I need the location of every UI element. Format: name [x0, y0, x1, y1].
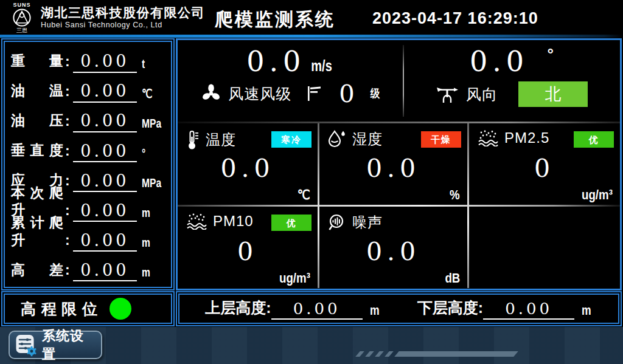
metric-colon: :	[65, 173, 70, 189]
sensor-head: PM10	[186, 213, 254, 230]
sensor-unit: dB	[445, 270, 460, 286]
metric-unit: m	[142, 206, 162, 222]
sensor-label: PM2.5	[504, 129, 549, 146]
company-name-cn: 湖北三思科技股份有限公司	[41, 5, 205, 20]
metric-row-total-climb: 累计爬升: 0.00 m	[11, 225, 167, 252]
metric-unit: m	[142, 236, 162, 252]
page-title: 爬模监测系统	[215, 7, 335, 32]
metric-value: 0.00	[73, 201, 137, 222]
metric-unit: °	[142, 146, 162, 162]
metric-value: 0.00	[73, 52, 137, 72]
metric-label: 累计爬升	[11, 214, 63, 252]
lower-height-unit: m	[582, 303, 591, 320]
sensor-value: 0	[469, 154, 620, 183]
status-badge-good: 优	[271, 215, 312, 231]
wind-direction-card: 0.0 ° 风向 北	[403, 40, 620, 122]
sensor-head: 湿度	[328, 129, 383, 149]
lower-height-label: 下层高度:	[417, 298, 483, 320]
dust-icon	[478, 129, 498, 146]
wind-speed-reading: 0.0 m/s	[178, 45, 403, 78]
metric-unit: t	[142, 57, 162, 73]
logo-suns-text: SUNS	[13, 2, 30, 8]
system-settings-button[interactable]: 系统设置	[9, 331, 102, 359]
status-light-green	[110, 298, 131, 320]
upper-height-group: 上层高度: 0.00 m	[205, 298, 380, 320]
sensor-unit: ug/m³	[279, 270, 310, 286]
sensor-label: PM10	[213, 213, 254, 230]
sensor-label: 湿度	[352, 129, 383, 149]
metric-label: 垂直度	[11, 142, 63, 162]
wind-direction-badge: 北	[518, 81, 588, 107]
sensor-label: 温度	[206, 130, 236, 149]
droplet-icon	[328, 129, 346, 149]
metric-value: 0.00	[73, 231, 137, 252]
datetime-display: 2023-04-17 16:29:10	[372, 9, 538, 28]
elevation-limit-label: 高程限位	[21, 299, 97, 319]
sensor-card-temperature: 温度 寒冷 0.0 ℃	[178, 123, 318, 205]
wind-vane-icon	[436, 84, 460, 104]
metric-colon: :	[65, 53, 70, 70]
wind-level-unit: 级	[370, 86, 380, 101]
metric-row-weight: 重量: 0.00 t	[11, 46, 167, 73]
sensor-card-noise: 噪声 0.0 dB	[319, 207, 467, 288]
wind-direction-label: 风向	[466, 84, 498, 105]
metric-value: 0.00	[73, 171, 137, 192]
header-accent-line	[0, 35, 623, 38]
metric-value: 0.00	[73, 142, 137, 162]
wind-direction-unit: °	[548, 45, 554, 64]
sensor-unit: ℃	[298, 187, 310, 203]
upper-height-value: 0.00	[271, 300, 363, 320]
sensor-unit: ug/m³	[582, 187, 613, 203]
metric-value: 0.00	[73, 261, 137, 281]
wind-speed-card: 0.0 m/s 风速风级	[178, 40, 403, 122]
lower-height-value: 0.00	[483, 300, 574, 320]
heights-panel: 上层高度: 0.00 m 下层高度: 0.00 m	[176, 291, 622, 326]
status-badge-cold: 寒冷	[271, 131, 312, 148]
sensor-value: 0.0	[178, 154, 318, 183]
metric-colon: :	[65, 232, 70, 249]
fan-icon	[200, 83, 222, 105]
wind-speed-label: 风速风级	[228, 84, 291, 104]
wind-level-icon	[306, 84, 323, 103]
footer-stripe	[375, 351, 384, 357]
wind-speed-sub: 风速风级 0 级	[178, 81, 403, 106]
status-badge-good: 优	[574, 131, 614, 148]
upper-height-unit: m	[370, 303, 380, 320]
company-logo: SUNS 三思	[6, 2, 38, 33]
wind-speed-unit: m/s	[311, 57, 332, 75]
metric-colon: :	[65, 83, 70, 100]
sensor-unit: %	[450, 187, 460, 203]
wind-direction-reading: 0.0 °	[403, 45, 620, 78]
metric-colon: :	[65, 202, 70, 219]
metric-unit: MPa	[142, 117, 162, 132]
lower-height-group: 下层高度: 0.00 m	[417, 298, 593, 320]
metric-colon: :	[65, 143, 70, 159]
metric-colon: :	[65, 113, 70, 129]
footer-bar: 系统设置	[0, 327, 623, 364]
sensor-value: 0	[178, 237, 318, 266]
sensor-head: PM2.5	[478, 129, 549, 146]
metric-label: 油温	[11, 82, 63, 103]
metric-row-verticality: 垂直度: 0.00 °	[11, 136, 167, 162]
header: SUNS 三思 湖北三思科技股份有限公司 Hubei Sansi Technol…	[0, 0, 623, 35]
company-name: 湖北三思科技股份有限公司 Hubei Sansi Technology Co.,…	[41, 5, 205, 30]
suns-triangle-logo-icon	[12, 8, 32, 27]
upper-height-label: 上层高度:	[205, 298, 271, 320]
metric-value: 0.00	[73, 81, 137, 102]
metric-colon: :	[65, 262, 70, 278]
elevation-limit-panel: 高程限位	[1, 291, 175, 326]
footer-stripe-bar	[394, 351, 518, 357]
sensor-card-pm10: PM10 优 0 ug/m³	[178, 207, 318, 288]
wind-direction-value: 0.0	[470, 45, 529, 78]
sensor-label: 噪声	[352, 213, 383, 232]
noise-icon	[328, 213, 346, 232]
metric-label: 油压	[11, 112, 63, 132]
metric-value: 0.00	[73, 111, 137, 132]
metric-row-oil-pressure: 油压: 0.00 MPa	[11, 106, 167, 132]
sensor-head: 噪声	[328, 213, 383, 232]
metric-label: 重量	[11, 52, 63, 73]
metric-row-oil-temp: 油温: 0.00 ℃	[11, 76, 167, 103]
logo-cn-text: 三思	[16, 27, 27, 33]
footer-stripe	[365, 351, 374, 357]
footer-stripe	[385, 351, 394, 357]
